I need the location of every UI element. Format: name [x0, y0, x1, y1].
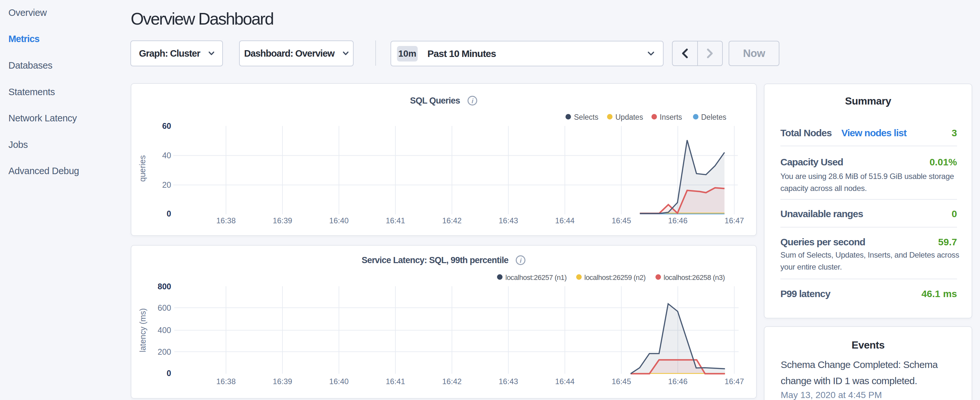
- svg-text:16:39: 16:39: [273, 377, 292, 386]
- svg-text:0: 0: [167, 369, 171, 378]
- svg-text:16:39: 16:39: [273, 216, 292, 225]
- svg-text:queries: queries: [138, 155, 147, 182]
- svg-text:Updates: Updates: [616, 113, 643, 121]
- svg-text:0: 0: [167, 209, 171, 218]
- svg-text:16:45: 16:45: [611, 216, 631, 225]
- svg-text:400: 400: [158, 325, 171, 335]
- svg-text:localhost:26258 (n3): localhost:26258 (n3): [663, 274, 725, 282]
- svg-text:16:40: 16:40: [329, 216, 349, 225]
- svg-text:latency (ms): latency (ms): [138, 308, 147, 352]
- svg-text:200: 200: [158, 347, 171, 356]
- svg-text:localhost:26259 (n2): localhost:26259 (n2): [584, 274, 646, 282]
- svg-text:16:44: 16:44: [555, 377, 574, 386]
- svg-text:600: 600: [158, 303, 171, 312]
- svg-text:Deletes: Deletes: [701, 113, 726, 121]
- svg-text:16:45: 16:45: [611, 377, 631, 386]
- svg-text:16:47: 16:47: [725, 216, 744, 225]
- svg-text:60: 60: [162, 121, 171, 131]
- svg-text:40: 40: [162, 151, 171, 160]
- svg-text:Inserts: Inserts: [660, 113, 682, 121]
- svg-text:16:43: 16:43: [499, 216, 518, 225]
- svg-text:16:44: 16:44: [555, 216, 574, 225]
- svg-text:16:38: 16:38: [216, 216, 235, 225]
- svg-text:localhost:26257 (n1): localhost:26257 (n1): [505, 274, 566, 282]
- svg-text:16:40: 16:40: [329, 377, 349, 386]
- svg-text:20: 20: [162, 180, 171, 189]
- svg-text:Selects: Selects: [574, 113, 598, 121]
- svg-text:16:42: 16:42: [442, 377, 462, 386]
- svg-text:16:43: 16:43: [499, 377, 518, 386]
- svg-text:16:46: 16:46: [668, 377, 687, 386]
- svg-text:800: 800: [158, 282, 171, 291]
- svg-text:16:42: 16:42: [442, 216, 462, 225]
- svg-text:16:41: 16:41: [386, 216, 405, 225]
- svg-text:16:46: 16:46: [668, 216, 687, 225]
- svg-text:16:41: 16:41: [386, 377, 405, 386]
- svg-text:16:38: 16:38: [216, 377, 235, 386]
- svg-text:16:47: 16:47: [725, 377, 744, 386]
